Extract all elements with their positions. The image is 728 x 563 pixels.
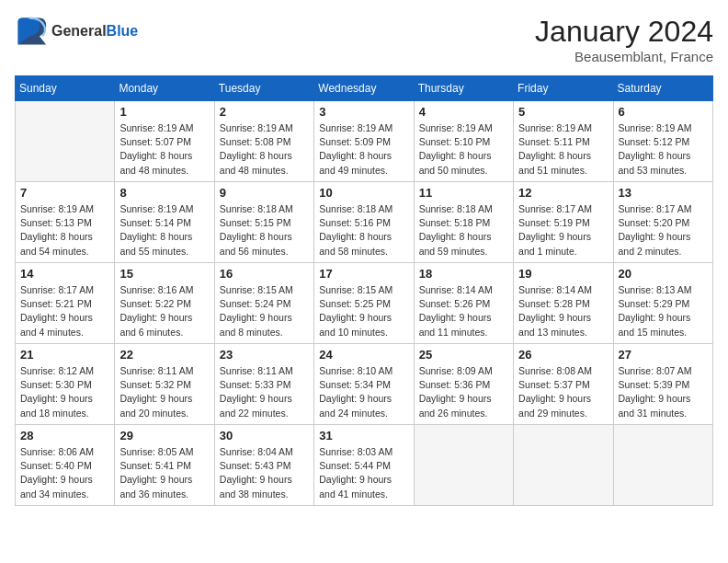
day-number: 7 bbox=[20, 186, 109, 200]
calendar-cell: 13Sunrise: 8:17 AMSunset: 5:20 PMDayligh… bbox=[613, 182, 712, 263]
weekday-header-monday: Monday bbox=[115, 76, 214, 101]
day-info: Sunrise: 8:14 AMSunset: 5:26 PMDaylight:… bbox=[419, 283, 508, 339]
week-row-1: 1Sunrise: 8:19 AMSunset: 5:07 PMDaylight… bbox=[16, 101, 713, 182]
calendar-cell: 3Sunrise: 8:19 AMSunset: 5:09 PMDaylight… bbox=[314, 101, 414, 182]
calendar-cell: 19Sunrise: 8:14 AMSunset: 5:28 PMDayligh… bbox=[514, 263, 613, 344]
day-number: 17 bbox=[319, 267, 408, 281]
day-info: Sunrise: 8:11 AMSunset: 5:33 PMDaylight:… bbox=[220, 364, 309, 420]
calendar-cell: 26Sunrise: 8:08 AMSunset: 5:37 PMDayligh… bbox=[514, 344, 613, 425]
day-info: Sunrise: 8:14 AMSunset: 5:28 PMDaylight:… bbox=[518, 283, 608, 339]
calendar-cell: 21Sunrise: 8:12 AMSunset: 5:30 PMDayligh… bbox=[16, 344, 115, 425]
logo-icon bbox=[15, 15, 48, 48]
day-info: Sunrise: 8:19 AMSunset: 5:08 PMDaylight:… bbox=[220, 121, 309, 178]
day-info: Sunrise: 8:08 AMSunset: 5:37 PMDaylight:… bbox=[518, 364, 608, 420]
day-info: Sunrise: 8:05 AMSunset: 5:41 PMDaylight:… bbox=[119, 445, 209, 501]
day-info: Sunrise: 8:11 AMSunset: 5:32 PMDaylight:… bbox=[119, 364, 209, 420]
day-number: 25 bbox=[419, 348, 508, 362]
calendar-cell bbox=[16, 101, 115, 182]
calendar-cell: 6Sunrise: 8:19 AMSunset: 5:12 PMDaylight… bbox=[613, 101, 712, 182]
calendar-cell: 2Sunrise: 8:19 AMSunset: 5:08 PMDaylight… bbox=[214, 101, 313, 182]
calendar-cell: 8Sunrise: 8:19 AMSunset: 5:14 PMDaylight… bbox=[115, 182, 214, 263]
weekday-header-row: SundayMondayTuesdayWednesdayThursdayFrid… bbox=[16, 76, 713, 101]
calendar-cell: 23Sunrise: 8:11 AMSunset: 5:33 PMDayligh… bbox=[214, 344, 313, 425]
day-number: 21 bbox=[20, 348, 109, 362]
day-info: Sunrise: 8:19 AMSunset: 5:11 PMDaylight:… bbox=[518, 121, 608, 178]
day-number: 31 bbox=[319, 429, 408, 442]
day-info: Sunrise: 8:19 AMSunset: 5:14 PMDaylight:… bbox=[119, 202, 209, 259]
weekday-header-tuesday: Tuesday bbox=[214, 76, 313, 101]
calendar-cell: 27Sunrise: 8:07 AMSunset: 5:39 PMDayligh… bbox=[613, 344, 712, 425]
calendar-cell: 4Sunrise: 8:19 AMSunset: 5:10 PMDaylight… bbox=[414, 101, 513, 182]
day-number: 24 bbox=[319, 348, 408, 362]
weekday-header-sunday: Sunday bbox=[16, 76, 115, 101]
weekday-header-friday: Friday bbox=[514, 76, 613, 101]
week-row-3: 14Sunrise: 8:17 AMSunset: 5:21 PMDayligh… bbox=[16, 263, 713, 344]
day-info: Sunrise: 8:17 AMSunset: 5:21 PMDaylight:… bbox=[20, 283, 109, 339]
day-number: 6 bbox=[619, 105, 708, 119]
day-info: Sunrise: 8:16 AMSunset: 5:22 PMDaylight:… bbox=[119, 283, 209, 339]
day-info: Sunrise: 8:06 AMSunset: 5:40 PMDaylight:… bbox=[20, 445, 109, 501]
day-info: Sunrise: 8:19 AMSunset: 5:13 PMDaylight:… bbox=[20, 202, 109, 259]
calendar-cell: 28Sunrise: 8:06 AMSunset: 5:40 PMDayligh… bbox=[16, 425, 115, 506]
day-info: Sunrise: 8:07 AMSunset: 5:39 PMDaylight:… bbox=[619, 364, 708, 420]
calendar-cell: 11Sunrise: 8:18 AMSunset: 5:18 PMDayligh… bbox=[414, 182, 513, 263]
day-info: Sunrise: 8:19 AMSunset: 5:09 PMDaylight:… bbox=[319, 121, 408, 178]
calendar-cell: 7Sunrise: 8:19 AMSunset: 5:13 PMDaylight… bbox=[16, 182, 115, 263]
day-number: 29 bbox=[119, 429, 209, 442]
calendar-cell: 15Sunrise: 8:16 AMSunset: 5:22 PMDayligh… bbox=[115, 263, 214, 344]
day-number: 9 bbox=[220, 186, 309, 200]
calendar-cell: 22Sunrise: 8:11 AMSunset: 5:32 PMDayligh… bbox=[115, 344, 214, 425]
day-info: Sunrise: 8:15 AMSunset: 5:24 PMDaylight:… bbox=[220, 283, 309, 339]
calendar-cell bbox=[613, 425, 712, 506]
calendar-cell: 1Sunrise: 8:19 AMSunset: 5:07 PMDaylight… bbox=[115, 101, 214, 182]
day-info: Sunrise: 8:09 AMSunset: 5:36 PMDaylight:… bbox=[419, 364, 508, 420]
day-info: Sunrise: 8:19 AMSunset: 5:10 PMDaylight:… bbox=[419, 121, 508, 178]
day-number: 15 bbox=[119, 267, 209, 281]
calendar-cell: 10Sunrise: 8:18 AMSunset: 5:16 PMDayligh… bbox=[314, 182, 414, 263]
location: Beausemblant, France bbox=[535, 49, 713, 64]
weekday-header-thursday: Thursday bbox=[414, 76, 513, 101]
day-number: 4 bbox=[419, 105, 508, 119]
logo: GeneralBlue bbox=[15, 15, 138, 48]
day-number: 3 bbox=[319, 105, 408, 119]
day-number: 20 bbox=[619, 267, 708, 281]
calendar-cell: 20Sunrise: 8:13 AMSunset: 5:29 PMDayligh… bbox=[613, 263, 712, 344]
day-info: Sunrise: 8:18 AMSunset: 5:15 PMDaylight:… bbox=[220, 202, 309, 259]
day-number: 18 bbox=[419, 267, 508, 281]
month-title: January 2024 bbox=[535, 15, 713, 49]
calendar-cell: 31Sunrise: 8:03 AMSunset: 5:44 PMDayligh… bbox=[314, 425, 414, 506]
day-number: 28 bbox=[20, 429, 109, 442]
day-number: 19 bbox=[518, 267, 608, 281]
title-block: January 2024 Beausemblant, France bbox=[535, 15, 713, 64]
calendar-cell: 30Sunrise: 8:04 AMSunset: 5:43 PMDayligh… bbox=[214, 425, 313, 506]
week-row-5: 28Sunrise: 8:06 AMSunset: 5:40 PMDayligh… bbox=[16, 425, 713, 506]
calendar-cell: 14Sunrise: 8:17 AMSunset: 5:21 PMDayligh… bbox=[16, 263, 115, 344]
calendar-table: SundayMondayTuesdayWednesdayThursdayFrid… bbox=[15, 75, 713, 506]
calendar-cell bbox=[514, 425, 613, 506]
day-info: Sunrise: 8:18 AMSunset: 5:16 PMDaylight:… bbox=[319, 202, 408, 259]
day-number: 2 bbox=[220, 105, 309, 119]
day-number: 30 bbox=[220, 429, 309, 442]
day-info: Sunrise: 8:19 AMSunset: 5:07 PMDaylight:… bbox=[119, 121, 209, 178]
day-number: 10 bbox=[319, 186, 408, 200]
day-number: 12 bbox=[518, 186, 608, 200]
day-number: 23 bbox=[220, 348, 309, 362]
day-number: 5 bbox=[518, 105, 608, 119]
weekday-header-saturday: Saturday bbox=[613, 76, 712, 101]
calendar-cell: 24Sunrise: 8:10 AMSunset: 5:34 PMDayligh… bbox=[314, 344, 414, 425]
calendar-cell: 29Sunrise: 8:05 AMSunset: 5:41 PMDayligh… bbox=[115, 425, 214, 506]
day-number: 8 bbox=[119, 186, 209, 200]
day-number: 26 bbox=[518, 348, 608, 362]
day-info: Sunrise: 8:19 AMSunset: 5:12 PMDaylight:… bbox=[619, 121, 708, 178]
day-info: Sunrise: 8:17 AMSunset: 5:19 PMDaylight:… bbox=[518, 202, 608, 259]
day-info: Sunrise: 8:18 AMSunset: 5:18 PMDaylight:… bbox=[419, 202, 508, 259]
logo-text: GeneralBlue bbox=[51, 23, 138, 40]
day-info: Sunrise: 8:04 AMSunset: 5:43 PMDaylight:… bbox=[220, 445, 309, 501]
week-row-2: 7Sunrise: 8:19 AMSunset: 5:13 PMDaylight… bbox=[16, 182, 713, 263]
page-header: GeneralBlue January 2024 Beausemblant, F… bbox=[15, 15, 713, 64]
day-info: Sunrise: 8:03 AMSunset: 5:44 PMDaylight:… bbox=[319, 445, 408, 501]
day-number: 27 bbox=[619, 348, 708, 362]
day-number: 16 bbox=[220, 267, 309, 281]
calendar-cell: 25Sunrise: 8:09 AMSunset: 5:36 PMDayligh… bbox=[414, 344, 513, 425]
day-number: 14 bbox=[20, 267, 109, 281]
